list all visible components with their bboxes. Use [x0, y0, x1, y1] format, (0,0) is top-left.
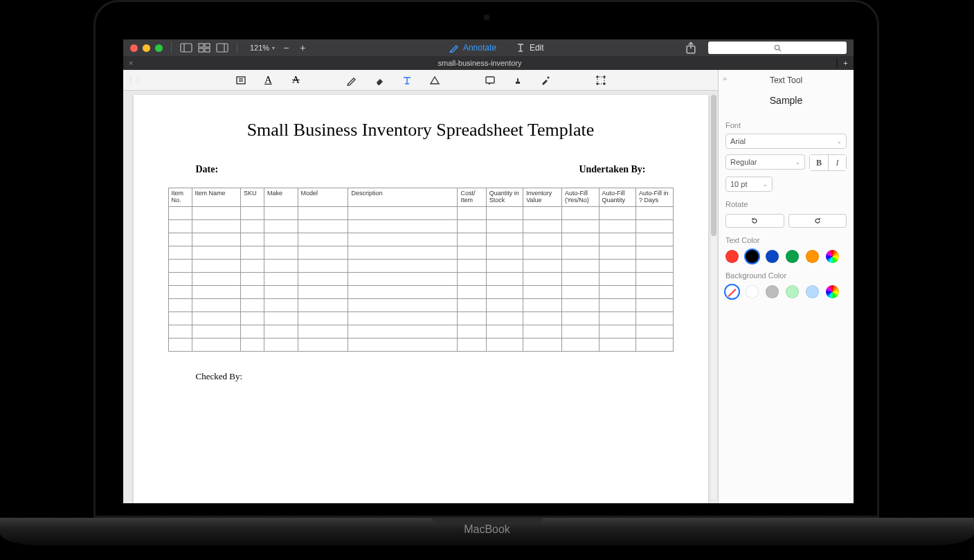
table-cell[interactable]: [192, 219, 240, 233]
bg-color-swatch[interactable]: [786, 285, 799, 298]
table-cell[interactable]: [486, 219, 523, 233]
table-cell[interactable]: [192, 311, 240, 325]
table-cell[interactable]: [264, 233, 298, 246]
table-cell[interactable]: [599, 298, 635, 311]
table-cell[interactable]: [523, 206, 562, 219]
table-cell[interactable]: [599, 219, 635, 233]
table-cell[interactable]: [298, 298, 348, 311]
table-cell[interactable]: [298, 246, 348, 259]
table-cell[interactable]: [486, 285, 523, 298]
table-cell[interactable]: [298, 311, 348, 325]
text-color-swatch[interactable]: [746, 250, 759, 263]
table-cell[interactable]: [264, 206, 298, 219]
pencil-icon[interactable]: [345, 74, 358, 87]
edit-mode-button[interactable]: Edit: [509, 43, 551, 53]
table-cell[interactable]: [523, 219, 562, 233]
table-cell[interactable]: [264, 338, 298, 351]
table-cell[interactable]: [192, 246, 240, 259]
table-cell[interactable]: [192, 298, 240, 311]
bold-button[interactable]: B: [810, 155, 828, 170]
table-cell[interactable]: [486, 259, 523, 272]
thumbnails-icon[interactable]: [198, 43, 210, 53]
table-cell[interactable]: [240, 233, 264, 246]
font-size-select[interactable]: 10 pt ⌄: [725, 177, 773, 192]
table-cell[interactable]: [562, 219, 599, 233]
table-cell[interactable]: [298, 233, 348, 246]
table-cell[interactable]: [192, 206, 240, 219]
table-cell[interactable]: [635, 325, 673, 338]
text-tool-icon[interactable]: [401, 74, 413, 87]
table-cell[interactable]: [562, 246, 599, 259]
shape-icon[interactable]: [429, 74, 441, 87]
table-cell[interactable]: [168, 233, 192, 246]
window-close-button[interactable]: [130, 44, 138, 52]
text-color-swatch[interactable]: [786, 250, 799, 263]
table-cell[interactable]: [599, 259, 635, 272]
bg-color-custom-swatch[interactable]: [826, 285, 839, 298]
tab-add-button[interactable]: +: [837, 59, 854, 67]
table-cell[interactable]: [599, 206, 635, 219]
table-cell[interactable]: [240, 259, 264, 272]
table-cell[interactable]: [635, 206, 673, 219]
table-cell[interactable]: [348, 325, 458, 338]
page-scroll[interactable]: Small Business Inventory Spreadsheet Tem…: [123, 91, 718, 503]
table-cell[interactable]: [523, 259, 562, 272]
table-cell[interactable]: [264, 219, 298, 233]
sidebar-right-toggle-icon[interactable]: [216, 43, 228, 53]
table-cell[interactable]: [240, 325, 264, 338]
table-cell[interactable]: [599, 338, 635, 351]
table-cell[interactable]: [240, 206, 264, 219]
table-cell[interactable]: [168, 285, 192, 298]
table-cell[interactable]: [168, 272, 192, 285]
table-cell[interactable]: [192, 325, 240, 338]
table-cell[interactable]: [168, 338, 192, 351]
table-cell[interactable]: [523, 311, 562, 325]
zoom-in-button[interactable]: +: [297, 42, 308, 53]
table-cell[interactable]: [168, 311, 192, 325]
table-cell[interactable]: [599, 285, 635, 298]
table-cell[interactable]: [240, 311, 264, 325]
bg-color-none-swatch[interactable]: [725, 285, 739, 298]
strikethrough-text-icon[interactable]: A: [290, 74, 303, 87]
underline-text-icon[interactable]: A: [262, 74, 275, 87]
table-cell[interactable]: [348, 259, 458, 272]
table-cell[interactable]: [523, 233, 562, 246]
table-cell[interactable]: [168, 325, 192, 338]
table-cell[interactable]: [264, 325, 298, 338]
vertical-scrollbar[interactable]: [711, 95, 716, 499]
table-cell[interactable]: [486, 298, 523, 311]
table-cell[interactable]: [348, 338, 458, 351]
table-cell[interactable]: [458, 298, 486, 311]
annotate-mode-button[interactable]: Annotate: [442, 43, 503, 53]
table-cell[interactable]: [348, 246, 458, 259]
share-icon[interactable]: [685, 43, 697, 53]
table-cell[interactable]: [264, 311, 298, 325]
table-cell[interactable]: [562, 272, 599, 285]
table-cell[interactable]: [635, 219, 673, 233]
table-cell[interactable]: [523, 285, 562, 298]
table-cell[interactable]: [192, 259, 240, 272]
sidebar-left-toggle-icon[interactable]: [180, 43, 192, 53]
table-cell[interactable]: [458, 233, 486, 246]
table-cell[interactable]: [486, 338, 523, 351]
tab-document[interactable]: × small-business-inventory: [123, 59, 837, 67]
table-cell[interactable]: [348, 233, 458, 246]
table-cell[interactable]: [599, 272, 635, 285]
table-cell[interactable]: [348, 219, 458, 233]
table-cell[interactable]: [168, 206, 192, 219]
tab-close-button[interactable]: ×: [129, 59, 133, 67]
font-weight-select[interactable]: Regular ⌄: [725, 154, 805, 170]
table-cell[interactable]: [192, 233, 240, 246]
search-field[interactable]: [708, 42, 847, 54]
table-cell[interactable]: [168, 298, 192, 311]
table-cell[interactable]: [240, 298, 264, 311]
table-cell[interactable]: [458, 285, 486, 298]
table-cell[interactable]: [458, 246, 486, 259]
table-cell[interactable]: [298, 338, 348, 351]
table-cell[interactable]: [599, 246, 635, 259]
sidebar-collapse-icon[interactable]: »: [723, 74, 727, 82]
table-cell[interactable]: [298, 272, 348, 285]
table-cell[interactable]: [562, 338, 599, 351]
table-cell[interactable]: [458, 311, 486, 325]
scrollbar-thumb[interactable]: [711, 95, 716, 236]
